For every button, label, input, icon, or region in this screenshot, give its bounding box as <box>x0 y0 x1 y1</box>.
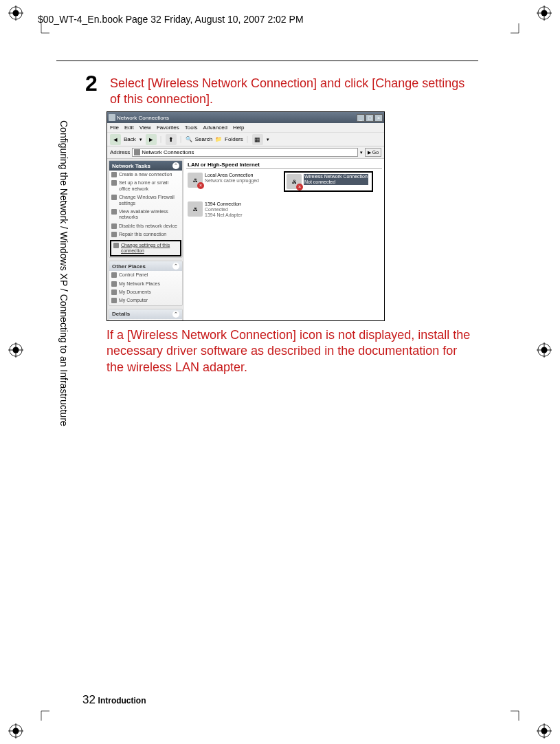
connection-status: Not connected <box>304 179 368 185</box>
toolbar: ◄ Back ▼ ► │ ⬆ │ 🔍 Search 📁 Folders │ ▦ … <box>107 133 384 146</box>
back-dropdown-icon[interactable]: ▼ <box>139 138 143 142</box>
views-button[interactable]: ▦ <box>252 134 263 145</box>
address-label: Address <box>110 149 130 155</box>
menu-file[interactable]: File <box>110 124 119 131</box>
registration-mark-icon <box>537 723 552 738</box>
connection-status: Connected <box>205 207 243 212</box>
address-value: Network Connections <box>142 149 194 155</box>
connection-adapter: 1394 Net Adapter <box>205 212 243 218</box>
section-lan: LAN or High-Speed Internet <box>186 161 382 169</box>
firewire-icon: 🖧 <box>188 201 203 217</box>
address-icon <box>134 149 140 155</box>
connections-pane: LAN or High-Speed Internet 🖧× Local Area… <box>184 159 384 321</box>
menu-help[interactable]: Help <box>233 124 244 131</box>
window-title: Network Connections <box>117 115 169 121</box>
place-network-places[interactable]: My Network Places <box>109 280 182 288</box>
wireless-icon: 🖧× <box>287 174 302 189</box>
content-rule <box>56 61 478 61</box>
folders-icon[interactable]: 📁 <box>215 136 222 142</box>
crop-mark-icon <box>511 23 531 44</box>
place-control-panel[interactable]: Control Panel <box>109 271 182 279</box>
crop-mark-icon <box>29 23 49 44</box>
address-dropdown-icon[interactable]: ▾ <box>360 150 363 155</box>
other-places-header[interactable]: Other Places ⌃ <box>109 261 182 271</box>
registration-mark-icon <box>8 6 23 21</box>
connection-lan[interactable]: 🖧× Local Area Connection Network cable u… <box>186 171 276 192</box>
step-note: If a [Wireless Network Connection] icon … <box>107 327 471 375</box>
collapse-icon[interactable]: ⌃ <box>172 263 179 270</box>
task-setup-network[interactable]: Set up a home or small office network <box>109 179 182 193</box>
collapse-icon[interactable]: ⌃ <box>172 162 179 169</box>
connection-wireless[interactable]: 🖧× Wireless Network Connection Not conne… <box>284 171 373 192</box>
other-places-panel: Other Places ⌃ Control Panel My Network … <box>109 261 183 306</box>
registration-mark-icon <box>8 342 23 358</box>
registration-mark-icon <box>537 342 552 358</box>
back-button[interactable]: ◄ <box>110 134 121 145</box>
maximize-button[interactable]: □ <box>366 114 374 122</box>
forward-button[interactable]: ► <box>146 134 157 145</box>
registration-mark-icon <box>537 6 552 21</box>
folders-label: Folders <box>225 136 243 142</box>
close-button[interactable]: × <box>374 114 383 122</box>
collapse-icon[interactable]: ⌃ <box>172 311 179 318</box>
connection-name: Wireless Network Connection <box>304 174 368 179</box>
page-footer: 32 Introduction <box>82 693 146 707</box>
connection-status: Network cable unplugged <box>205 178 259 184</box>
task-create-connection[interactable]: Create a new connection <box>109 171 182 179</box>
views-dropdown-icon[interactable]: ▼ <box>266 138 270 142</box>
menu-bar: File Edit View Favorites Tools Advanced … <box>107 123 384 133</box>
search-icon[interactable]: 🔍 <box>186 136 192 142</box>
task-disable-device[interactable]: Disable this network device <box>109 222 182 230</box>
go-button[interactable]: ▶ Go <box>365 148 381 157</box>
x-icon: × <box>197 182 204 189</box>
task-firewall[interactable]: Change Windows Firewall settings <box>109 193 182 208</box>
window-icon <box>109 114 115 121</box>
menu-advanced[interactable]: Advanced <box>203 124 227 131</box>
task-change-settings[interactable]: Change settings of this connection <box>110 240 181 257</box>
window-titlebar: Network Connections _ □ × <box>107 112 384 123</box>
connection-name: Local Area Connection <box>205 173 259 178</box>
place-my-computer[interactable]: My Computer <box>109 296 182 305</box>
up-button[interactable]: ⬆ <box>166 134 177 145</box>
details-header[interactable]: Details ⌃ <box>109 309 182 319</box>
print-header: $00_WT-4_En.book Page 32 Friday, August … <box>38 14 304 25</box>
page-number: 32 <box>82 693 96 706</box>
menu-edit[interactable]: Edit <box>124 124 134 131</box>
network-tasks-panel: Network Tasks ⌃ Create a new connection … <box>109 160 183 258</box>
minimize-button[interactable]: _ <box>357 114 365 122</box>
menu-view[interactable]: View <box>139 124 151 131</box>
connection-name: 1394 Connection <box>205 201 243 207</box>
step-instruction: Select [Wireless Network Connection] and… <box>110 76 467 108</box>
address-field[interactable]: Network Connections <box>132 148 358 157</box>
address-bar: Address Network Connections ▾ ▶ Go <box>107 146 384 159</box>
back-label: Back <box>124 136 136 142</box>
network-connections-screenshot: Network Connections _ □ × File Edit View… <box>107 111 385 321</box>
step-number: 2 <box>85 71 98 96</box>
search-label: Search <box>195 136 212 142</box>
x-icon: × <box>296 184 303 190</box>
details-panel: Details ⌃ Wireless Network <box>109 309 183 321</box>
registration-mark-icon <box>8 723 23 738</box>
menu-tools[interactable]: Tools <box>185 124 198 131</box>
crop-mark-icon <box>29 700 49 721</box>
tasks-sidebar: Network Tasks ⌃ Create a new connection … <box>107 159 184 321</box>
task-view-wireless[interactable]: View available wireless networks <box>109 208 182 222</box>
connection-1394[interactable]: 🖧 1394 Connection Connected 1394 Net Ada… <box>186 200 276 219</box>
crop-mark-icon <box>511 700 531 721</box>
footer-section-label: Introduction <box>98 696 146 705</box>
lan-icon: 🖧× <box>188 173 203 188</box>
details-sub: Wireless Network <box>109 319 182 321</box>
section-path: Configuring the Network / Windows XP / C… <box>58 120 69 450</box>
menu-favorites[interactable]: Favorites <box>157 124 179 131</box>
task-repair[interactable]: Repair this connection <box>109 230 182 239</box>
network-tasks-header[interactable]: Network Tasks ⌃ <box>109 161 182 171</box>
place-my-documents[interactable]: My Documents <box>109 288 182 296</box>
